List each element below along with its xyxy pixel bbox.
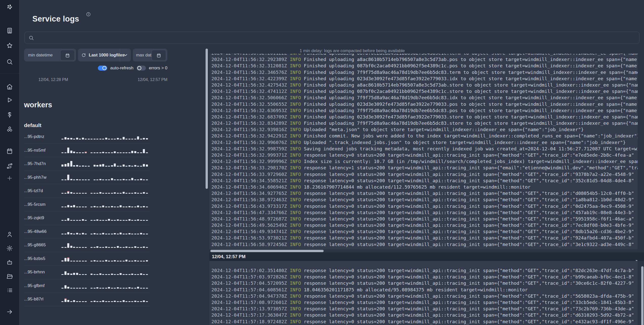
worker-name: ...95-phh7w [24,175,61,180]
worker-name: ...95-tzl7d [24,188,61,193]
min-datetime-input[interactable]: min datetime [24,49,76,62]
log-line: 2024-12-04T11:56:32.201122Z INFO Finishe… [211,54,638,56]
log-line: 2024-12-04T11:57:17.363047Z INFO respons… [211,312,638,318]
select-divider [120,49,120,62]
building-icon[interactable] [6,27,13,34]
worker-activity-sparkline [61,269,150,275]
max-calendar-button[interactable] [151,50,166,61]
log-line: 2024-12-04T11:56:32.939816Z INFO Uploade… [211,126,638,133]
home-icon[interactable] [6,84,13,90]
log-line: 2024-12-04T11:56:32.550655Z INFO Finishe… [211,101,638,107]
min-calendar-button[interactable] [60,50,75,61]
log-line: 2024-12-04T11:56:49.934741Z INFO respons… [211,228,638,235]
date-range-row: 12/04, 12:28 PM 12/04, 12:57 PM [24,77,167,82]
log-horizontal-scrollbar[interactable] [210,250,324,252]
log-line: 2024-12-04T11:56:33.298170Z INFO respons… [211,165,638,171]
auto-refresh-label: auto-refresh [110,66,134,71]
info-icon[interactable] [86,12,91,17]
worker-activity-sparkline [61,255,150,261]
workers-heading: workers [24,101,52,109]
worker-activity-sparkline [61,174,150,180]
gear-icon[interactable] [6,245,13,252]
worker-activity-sparkline [61,147,150,153]
sidebar-divider [0,73,19,74]
log-line: 2024-12-04T11:56:32.834289Z INFO Finishe… [211,120,638,126]
worker-list: ...95-pdtnz...95-ns5mf...95-7hd7n...95-p… [24,130,150,306]
user-icon[interactable] [6,231,13,238]
list-icon[interactable] [6,287,13,294]
play-icon[interactable] [6,97,13,103]
worker-activity-sparkline [61,188,150,194]
worker-row[interactable]: ...95-5rcsm [24,198,150,212]
log-line: 2024-12-04T11:56:58.972456Z INFO respons… [211,241,638,248]
worker-row[interactable]: ...95-b87rl [24,293,150,306]
worker-name: ...95-pdtnz [24,134,61,139]
log-line: 2024-12-04T11:57:04.572095Z INFO respons… [211,280,638,286]
worker-row[interactable]: ...95-48w66 [24,225,150,239]
worker-row[interactable]: ...95-tzl7d [24,184,150,198]
worker-name: ...95-bzbs5 [24,256,61,261]
worker-row[interactable]: ...95-zqkt9 [24,211,150,225]
worker-row[interactable]: ...95-g8665 [24,238,150,252]
log-line: 2024-12-04T11:57:04.947378Z INFO respons… [211,293,638,299]
arrow-right-icon[interactable] [6,309,13,315]
log-section-2[interactable]: 2024-12-04T11:57:02.351480Z INFO respons… [209,261,638,325]
cubes-icon[interactable] [6,126,13,133]
log-line: 2024-12-04T11:56:32.346576Z INFO Finishe… [211,69,638,75]
log-line: 2024-12-04T11:57:08.972601Z INFO respons… [211,299,638,306]
calendar-icon [65,53,70,58]
worker-row[interactable]: ...95-gfbmf [24,279,150,293]
log-line: 2024-12-04T11:56:32.292389Z INFO Finishe… [211,56,638,63]
worker-name: ...95-ns5mf [24,148,61,153]
toggle-knob [102,66,106,70]
log-vertical-scrollbar[interactable] [641,266,643,325]
max-datetime-input[interactable]: max datetime [133,49,167,62]
log-line: 2024-12-04T11:56:32.942291Z INFO Finishe… [211,133,638,139]
worker-activity-sparkline [61,160,150,167]
workers-scrollbar[interactable] [206,49,208,189]
log-line: 2024-12-04T11:56:34.606946Z INFO 18.2361… [211,184,638,190]
calendar-nav-icon[interactable] [6,148,13,154]
chevron-down-icon[interactable] [123,52,128,58]
worker-row[interactable]: ...95-ns5mf [24,144,150,157]
log-line: 2024-12-04T11:56:32.998759Z INFO Saving … [211,146,638,152]
dollar-icon[interactable] [6,112,13,118]
worker-name: ...95-5rcsm [24,202,61,207]
worker-row[interactable]: ...95-phh7w [24,171,150,185]
logfiles-select-value: Last 1000 logfiles [89,53,125,58]
logfiles-select[interactable]: Last 1000 logfiles [78,49,131,62]
worker-activity-sparkline [61,282,150,289]
log-line: 2024-12-04T11:56:32.996076Z INFO Uploade… [211,139,638,146]
min-datetime-placeholder: min datetime [28,53,53,58]
worker-name: ...95-brhnn [24,270,61,275]
worker-name: ...95-g8665 [24,242,61,248]
worker-activity-sparkline [61,201,150,207]
windmill-logo-icon[interactable] [6,4,13,10]
search-input[interactable] [25,32,639,44]
worker-activity-sparkline [61,296,150,302]
star-icon[interactable] [6,42,13,49]
log-line: 2024-12-04T11:56:32.312081Z INFO Finishe… [211,63,638,69]
worker-name: ...95-7hd7n [24,161,61,166]
folder-icon[interactable] [6,273,13,280]
worker-row[interactable]: ...95-bzbs5 [24,252,150,266]
log-line: 2024-12-04T11:56:32.999371Z INFO respons… [211,152,638,158]
worker-row[interactable]: ...95-brhnn [24,266,150,279]
errors-toggle[interactable] [137,66,146,71]
worker-row[interactable]: ...95-7hd7n [24,157,150,171]
route-icon[interactable] [6,163,13,169]
plus-icon[interactable] [6,175,13,181]
range-end: 12/04, 12:57 PM [138,77,167,82]
search-nav-icon[interactable] [6,58,13,65]
log-line: 2024-12-04T11:56:43.973317Z INFO respons… [211,203,638,209]
log-line: 2024-12-04T11:57:02.351480Z INFO respons… [211,267,638,274]
worker-row[interactable]: ...95-pdtnz [24,130,150,144]
log-line: 2024-12-04T11:56:34.558521Z INFO respons… [211,177,638,184]
log-line: 2024-12-04T11:56:34.927765Z INFO respons… [211,190,638,196]
auto-refresh-toggle[interactable] [98,66,107,71]
log-line: 2024-12-04T11:56:49.562549Z INFO respons… [211,222,638,228]
log-section-1[interactable]: 2024-12-04T11:56:32.201122Z INFO Finishe… [209,54,638,249]
robot-icon[interactable] [6,259,13,266]
log-line: 2024-12-04T11:57:18.972482Z INFO respons… [211,318,638,325]
log-line: 2024-12-04T11:56:53.973021Z INFO respons… [211,235,638,241]
